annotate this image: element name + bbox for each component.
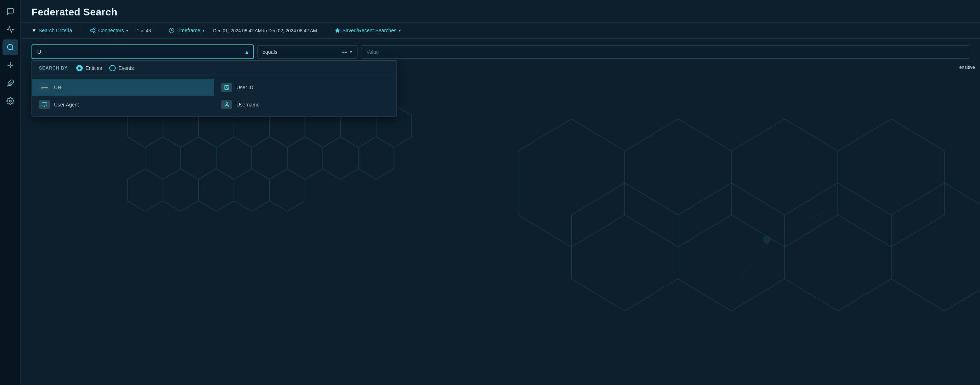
value-placeholder: Value — [366, 49, 379, 55]
toolbar-divider-3 — [326, 26, 326, 35]
search-dropdown-panel: SEARCH BY: Entities Events www URL — [32, 60, 397, 117]
svg-rect-25 — [42, 102, 46, 106]
timeframe-label: Timeframe — [177, 27, 200, 34]
saved-searches-label: Saved/Recent Searches — [342, 27, 396, 34]
svg-marker-42 — [323, 137, 358, 179]
svg-marker-40 — [252, 137, 287, 179]
search-by-label: SEARCH BY: — [39, 65, 69, 70]
operator-symbol: == — [341, 49, 347, 54]
connectors-count: 1 of 48 — [137, 28, 151, 34]
search-row: ▲ equals == ▾ Value — [32, 45, 969, 59]
svg-marker-56 — [891, 183, 980, 311]
search-field-input[interactable] — [32, 45, 254, 59]
user-id-item-icon — [221, 83, 232, 92]
events-radio-circle — [109, 65, 116, 71]
sidebar-item-search[interactable] — [3, 40, 18, 55]
search-criteria-label: Search Criteria — [39, 27, 72, 34]
toolbar: ▼ Search Criteria Connectors ▾ 1 of 48 T… — [21, 22, 980, 39]
svg-line-18 — [92, 29, 94, 30]
page-header: Federated Search — [21, 0, 980, 22]
operator-chevron-icon: ▾ — [350, 50, 352, 54]
entities-radio-option[interactable]: Entities — [76, 65, 102, 71]
connectors-icon — [89, 27, 96, 34]
dropdown-item-url[interactable]: www URL — [32, 79, 214, 96]
events-radio-label: Events — [119, 65, 134, 71]
saved-searches-chevron: ▾ — [399, 28, 401, 33]
svg-point-13 — [9, 100, 11, 102]
svg-point-2 — [10, 64, 11, 66]
dropdown-item-username[interactable]: Username — [214, 96, 396, 113]
svg-point-5 — [8, 65, 8, 65]
main-content: Federated Search ▼ Search Criteria Conne… — [21, 0, 980, 385]
connectors-button[interactable]: Connectors ▾ — [89, 27, 128, 34]
search-field-wrapper: ▲ — [32, 45, 254, 59]
clock-icon — [169, 27, 175, 34]
search-area: ▲ equals == ▾ Value SEARCH BY: — [21, 39, 980, 59]
svg-point-4 — [10, 67, 11, 68]
dropdown-item-user-agent[interactable]: User Agent — [32, 96, 214, 113]
timeframe-button[interactable]: Timeframe ▾ — [169, 27, 205, 34]
user-agent-item-label: User Agent — [54, 102, 79, 107]
operator-dropdown[interactable]: equals == ▾ — [257, 45, 358, 59]
svg-marker-37 — [145, 137, 181, 179]
svg-point-28 — [226, 102, 228, 104]
svg-marker-39 — [216, 137, 252, 179]
sidebar-item-integrations[interactable] — [3, 58, 18, 73]
svg-point-14 — [94, 28, 95, 30]
svg-marker-45 — [163, 169, 199, 211]
page-title: Federated Search — [32, 6, 969, 18]
search-criteria-toggle[interactable]: ▼ Search Criteria — [32, 27, 72, 34]
sidebar — [0, 0, 21, 385]
timeframe-chevron: ▾ — [202, 28, 205, 33]
svg-line-59 — [732, 240, 767, 293]
svg-marker-48 — [269, 169, 305, 211]
dropdown-item-user-id[interactable]: User ID — [214, 79, 396, 96]
connectors-label: Connectors — [98, 27, 124, 34]
search-by-bar: SEARCH BY: Entities Events — [32, 61, 396, 76]
dropdown-items-grid: www URL User ID — [32, 76, 396, 116]
entities-radio-circle — [76, 65, 83, 71]
value-field[interactable]: Value — [361, 45, 969, 59]
sidebar-item-analytics[interactable] — [3, 21, 18, 37]
svg-marker-38 — [181, 137, 216, 179]
svg-point-15 — [90, 30, 92, 32]
connectors-chevron: ▾ — [126, 28, 128, 33]
svg-point-16 — [94, 32, 95, 34]
sidebar-item-settings[interactable] — [3, 93, 18, 109]
svg-line-58 — [767, 204, 838, 240]
sidebar-item-plugins[interactable] — [3, 75, 18, 91]
svg-point-0 — [7, 45, 13, 50]
entities-radio-label: Entities — [86, 65, 102, 71]
url-item-icon: www — [39, 83, 50, 92]
svg-marker-41 — [287, 137, 323, 179]
svg-marker-43 — [358, 137, 394, 179]
user-id-item-label: User ID — [236, 85, 253, 90]
sidebar-item-chat[interactable] — [3, 3, 18, 19]
svg-point-3 — [10, 63, 11, 64]
svg-point-6 — [12, 65, 13, 65]
saved-searches-button[interactable]: Saved/Recent Searches ▾ — [334, 27, 401, 34]
svg-marker-46 — [199, 169, 234, 211]
svg-marker-44 — [127, 169, 163, 211]
svg-line-17 — [92, 31, 94, 32]
username-item-icon — [221, 101, 232, 109]
svg-line-1 — [12, 49, 13, 50]
chevron-down-icon: ▼ — [32, 27, 37, 34]
user-agent-item-icon — [39, 101, 50, 109]
username-item-label: Username — [236, 102, 260, 107]
svg-marker-47 — [234, 169, 269, 211]
star-icon — [334, 27, 340, 34]
operator-label: equals — [262, 49, 339, 55]
timeframe-date: Dec 01, 2024 08:42 AM to Dec 02, 2024 08… — [213, 28, 317, 34]
events-radio-option[interactable]: Events — [109, 65, 134, 71]
toolbar-divider-1 — [81, 26, 81, 35]
url-item-label: URL — [54, 85, 64, 90]
toolbar-divider-2 — [160, 26, 160, 35]
svg-marker-20 — [335, 28, 340, 33]
